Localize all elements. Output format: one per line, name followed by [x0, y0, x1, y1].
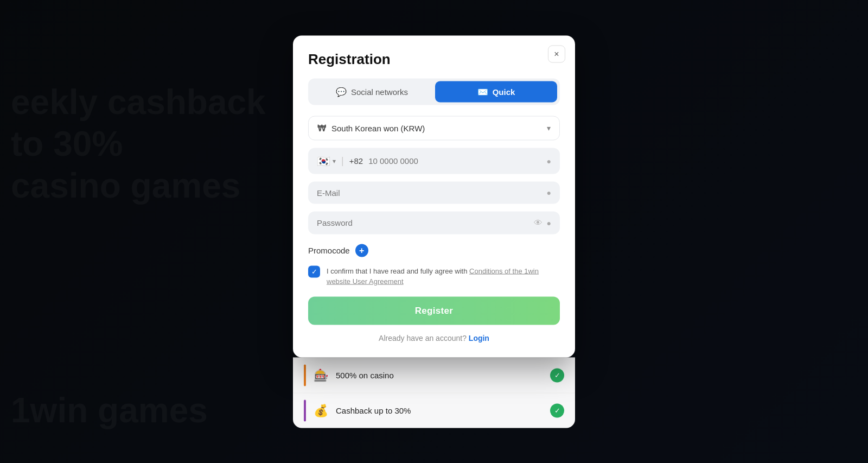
cashback-icon: 💰	[314, 403, 328, 417]
promo-item-casino: 🎰 500% on casino ✓	[293, 357, 575, 392]
modal-title: Registration	[308, 50, 560, 67]
phone-required-dot: ●	[547, 156, 551, 165]
promo-casino-check: ✓	[550, 368, 564, 382]
agreement-text: I confirm that I have read and fully agr…	[327, 265, 560, 287]
phone-code: +82	[349, 156, 363, 166]
tab-social-label: Social networks	[351, 87, 408, 96]
email-input-container: ●	[308, 181, 560, 204]
email-input[interactable]	[317, 188, 547, 197]
checkmark-icon: ✓	[311, 268, 317, 276]
social-icon: 💬	[336, 86, 347, 97]
register-button[interactable]: Register	[308, 296, 560, 325]
password-input[interactable]	[317, 218, 534, 227]
promo-cashback-text: Cashback up to 30%	[336, 406, 542, 415]
promocode-label: Promocode	[308, 246, 350, 255]
promo-cashback-check: ✓	[550, 403, 564, 417]
promocode-add-button[interactable]: +	[355, 244, 368, 257]
phone-divider: |	[341, 155, 344, 167]
tab-quick-label: Quick	[493, 87, 515, 96]
agreement-prefix: I confirm that I have read and fully agr…	[327, 267, 467, 275]
promo-casino-text: 500% on casino	[336, 371, 542, 380]
agreement-row: ✓ I confirm that I have read and fully a…	[308, 265, 560, 287]
casino-icon: 🎰	[314, 368, 328, 382]
close-button[interactable]: ×	[548, 45, 565, 62]
tab-social-networks[interactable]: 💬 Social networks	[311, 81, 433, 102]
registration-tabs: 💬 Social networks ✉️ Quick	[308, 78, 560, 105]
login-row: Already have an account? Login	[308, 333, 560, 342]
modal-wrapper: Registration × 💬 Social networks ✉️ Quic…	[293, 35, 575, 428]
password-input-container: 👁 ●	[308, 211, 560, 234]
currency-selector[interactable]: ₩ South Korean won (KRW) ▾	[308, 116, 560, 140]
country-selector-button[interactable]: 🇰🇷 ▾	[317, 154, 336, 167]
promo-item-cashback: 💰 Cashback up to 30% ✓	[293, 392, 575, 428]
flag-icon: 🇰🇷	[317, 154, 330, 167]
currency-value: South Korean won (KRW)	[331, 123, 547, 132]
promocode-row: Promocode +	[308, 244, 560, 257]
phone-input[interactable]	[368, 156, 541, 166]
chevron-down-icon: ▾	[547, 124, 551, 132]
tab-quick[interactable]: ✉️ Quick	[435, 81, 557, 102]
promo-bar: 🎰 500% on casino ✓ 💰 Cashback up to 30% …	[293, 357, 575, 428]
registration-modal: Registration × 💬 Social networks ✉️ Quic…	[293, 35, 575, 357]
login-prompt: Already have an account?	[379, 333, 467, 342]
currency-symbol: ₩	[317, 123, 326, 133]
email-required-dot: ●	[547, 188, 551, 197]
flag-chevron-icon: ▾	[333, 157, 336, 164]
password-required-dot: ●	[547, 218, 551, 227]
promo-accent-cashback	[304, 399, 306, 421]
quick-icon: ✉️	[477, 86, 488, 97]
login-link[interactable]: Login	[469, 333, 489, 342]
promo-accent-casino	[304, 364, 306, 386]
phone-input-container: 🇰🇷 ▾ | +82 ●	[308, 148, 560, 174]
eye-icon[interactable]: 👁	[534, 218, 542, 227]
agreement-checkbox[interactable]: ✓	[308, 265, 320, 277]
